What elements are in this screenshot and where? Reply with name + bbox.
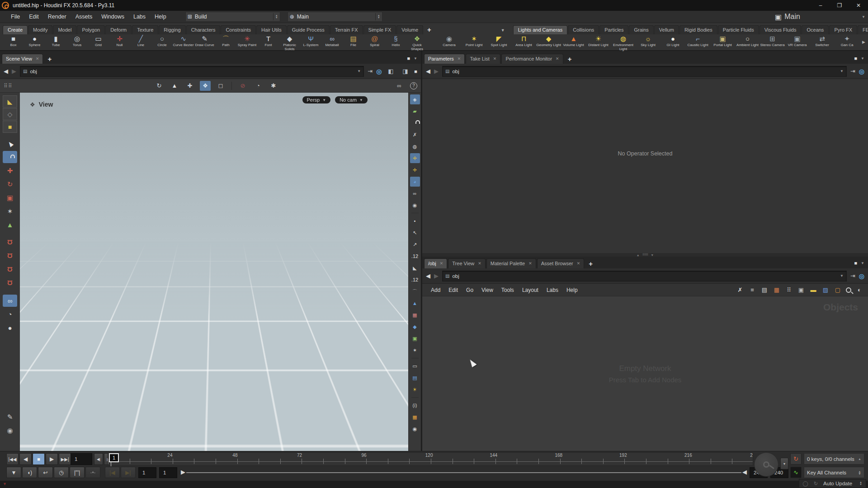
snap-grid-magnet-icon[interactable]: Ω	[3, 236, 17, 249]
network-menu-item[interactable]: Edit	[444, 285, 462, 295]
desktop-build-selector[interactable]: ⊞ Build ▲▼	[185, 12, 280, 22]
group-list-icon[interactable]: ▣	[410, 333, 420, 343]
shelf-tool[interactable]: ◆ Geometry Light	[536, 34, 561, 51]
recook-icon[interactable]: ↻	[814, 481, 818, 487]
menu-item[interactable]: Windows	[97, 12, 129, 22]
forward-arrow-icon[interactable]: ▶	[434, 272, 439, 279]
shelf-tab[interactable]: Vellum	[654, 25, 679, 34]
shelf-tool[interactable]: ▮ Tube	[45, 34, 66, 51]
add-pane-tab-button[interactable]: +	[585, 260, 596, 268]
shelf-tab[interactable]: Viscous Fluids	[760, 25, 802, 34]
shelf-overflow-arrow-icon[interactable]: ▼	[498, 28, 508, 34]
shelf-tool[interactable]: ∞ Metaball	[321, 34, 343, 51]
pane-horizontal-divider[interactable]: ▲ ⠿⠿⠿ ▼	[422, 253, 868, 257]
shelf-tool[interactable]: Ψ L-System	[300, 34, 321, 51]
network-menu-item[interactable]: View	[477, 285, 497, 295]
prim-normals-icon[interactable]: ◣	[410, 263, 420, 273]
close-tab-icon[interactable]: ✕	[458, 56, 461, 61]
point-numbers-icon[interactable]: .12	[410, 251, 420, 261]
add-pane-tab-button[interactable]: +	[564, 55, 576, 64]
shelf-tab[interactable]: Oceans	[802, 25, 829, 34]
no-selection-icon[interactable]: ⊘	[237, 81, 248, 91]
link-channels-icon[interactable]: ∞	[394, 81, 405, 91]
shelf-tool[interactable]: ■ Box	[3, 34, 24, 51]
shelf-tab[interactable]: Particle Fluids	[718, 25, 759, 34]
shelf-tab[interactable]: Model	[53, 25, 76, 34]
shelf-tab[interactable]: Particles	[599, 25, 628, 34]
key-options-arrow-icon[interactable]: ▼	[780, 458, 788, 469]
shelf-tab[interactable]: Create	[3, 25, 28, 34]
view-adjust-icon[interactable]: ◈	[410, 94, 420, 104]
update-mode-selector[interactable]: Auto Update	[823, 481, 852, 486]
shelf-tool[interactable]: ∿ Curve Bezier	[173, 34, 194, 51]
close-tab-icon[interactable]: ✕	[528, 261, 532, 266]
select-geometry-icon[interactable]: ❖	[200, 81, 211, 91]
points-display-icon[interactable]: •	[410, 216, 420, 226]
help-icon[interactable]: ?	[410, 82, 417, 89]
profile-handles-icon[interactable]: ⌒	[410, 286, 420, 296]
lock-camera-icon[interactable]	[410, 118, 420, 128]
network-box-icon[interactable]: ▢	[834, 286, 842, 293]
forward-arrow-icon[interactable]: ▶	[434, 68, 439, 75]
network-menu-item[interactable]: Labs	[542, 285, 562, 295]
close-button[interactable]: ✕	[849, 0, 868, 11]
shelf-tool[interactable]: ☀ Distant Light	[586, 34, 611, 51]
snap-curve-magnet-icon[interactable]: Ω	[3, 250, 17, 262]
scale-tool-icon[interactable]: ▣	[3, 192, 17, 204]
range-start-soft-field[interactable]: 1	[159, 467, 177, 478]
network-tab[interactable]: Tree View ✕	[448, 258, 485, 268]
orbit-plus-icon[interactable]: ✛	[410, 165, 420, 175]
shelf-tab[interactable]: Texture	[132, 25, 158, 34]
film-plane-icon[interactable]: ▤	[410, 373, 420, 383]
pose-tool-icon[interactable]: ✶	[3, 205, 17, 217]
shelf-tool[interactable]: § Helix	[385, 34, 406, 51]
pane-menu-arrow-icon[interactable]: ▼	[861, 56, 864, 61]
snap-prim-magnet-icon[interactable]: Ω	[3, 277, 17, 289]
auto-key-icon[interactable]: ↻	[790, 453, 802, 465]
tumble-view-icon[interactable]: ↻	[154, 81, 165, 91]
show-objects-icon[interactable]: ◨	[400, 66, 410, 76]
network-path-field[interactable]: ▤ obj ▼	[442, 271, 847, 282]
shelf-tab[interactable]: Grains	[629, 25, 653, 34]
shelf-tab[interactable]: Hair Utils	[256, 25, 287, 34]
back-arrow-icon[interactable]: ◀	[4, 68, 8, 75]
forward-arrow-icon[interactable]: ▶	[12, 68, 16, 75]
pane-white-square-icon[interactable]: ■	[414, 69, 417, 74]
network-menu-item[interactable]: Tools	[497, 285, 518, 295]
path-dropdown-icon[interactable]: ▼	[840, 69, 844, 73]
shelf-tool[interactable]: ▭ Grid	[88, 34, 109, 51]
projection-selector[interactable]: Persp ▼	[302, 96, 331, 103]
play-button[interactable]: ▶	[46, 453, 58, 465]
keys-channels-display[interactable]: 0 keys, 0/0 channels ▲	[804, 453, 864, 465]
menu-item[interactable]: Assets	[71, 12, 97, 22]
tick-marks-icon[interactable]: |'''|	[70, 467, 85, 478]
step-back-button[interactable]: ◀|	[94, 453, 103, 465]
back-arrow-icon[interactable]: ◀	[426, 272, 430, 279]
close-tab-icon[interactable]: ✕	[556, 56, 559, 61]
parameters-tab[interactable]: Performance Monitor ✕	[501, 54, 563, 64]
range-start-field[interactable]: 1	[138, 467, 156, 478]
shelf-tool[interactable]: ● GI Light	[660, 34, 685, 51]
search-icon[interactable]	[846, 287, 851, 293]
add-shelf-tab-button[interactable]: +	[424, 26, 435, 34]
close-tab-icon[interactable]: ✕	[493, 56, 497, 61]
divider-collapse-down-icon[interactable]: ▼	[651, 253, 654, 257]
shelf-tool[interactable]: ◎ Torus	[66, 34, 88, 51]
shelf-tool[interactable]: ◤ Spot Light	[486, 34, 511, 51]
parameters-path-field[interactable]: ▤ obj ▼	[442, 66, 847, 77]
shelf-tab[interactable]: Collisions	[568, 25, 599, 34]
shelf-tool[interactable]: ○ Circle	[151, 34, 173, 51]
shelf-tab[interactable]: Guide Process	[287, 25, 330, 34]
camera-lens-icon[interactable]: ◉	[410, 200, 420, 210]
shelf-tool[interactable]: ▤ File	[343, 34, 364, 51]
shelf-tool[interactable]: Π Area Light	[511, 34, 536, 51]
network-tab[interactable]: /obj ✕	[424, 258, 447, 268]
flipbook-reel-icon[interactable]: ◉	[3, 424, 17, 436]
shelf-tool[interactable]: ✎ Draw Curve	[194, 34, 215, 51]
parameters-tab[interactable]: Parameters ✕	[424, 54, 465, 64]
show-geometry-icon[interactable]: ◧	[385, 66, 396, 76]
current-frame-field[interactable]: 1	[71, 453, 92, 465]
dots-grid-icon[interactable]: ⠿	[785, 286, 793, 293]
add-pane-tab-button[interactable]: +	[44, 55, 55, 64]
shelf-tool[interactable]: ╱ Line	[130, 34, 151, 51]
